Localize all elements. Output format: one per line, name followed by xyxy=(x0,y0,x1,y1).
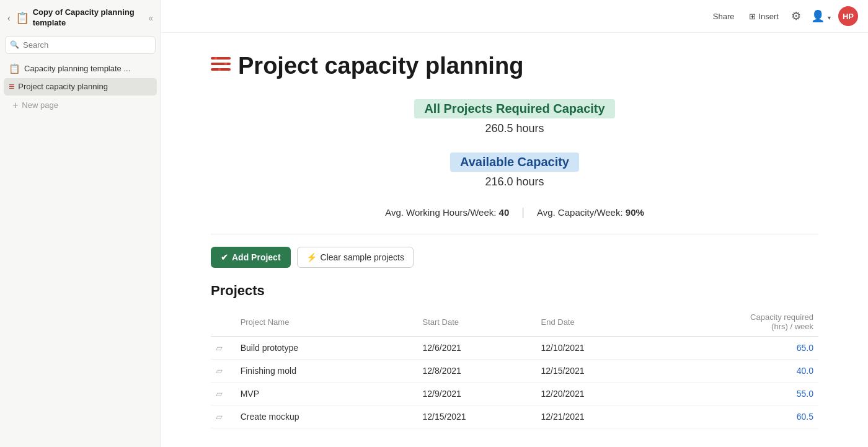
row-capacity: 60.5 xyxy=(655,405,819,428)
avatar-label: HP xyxy=(843,12,854,21)
row-project-name: Build prototype xyxy=(236,337,418,360)
avg-capacity-value: 90% xyxy=(626,207,644,218)
row-capacity: 65.0 xyxy=(655,337,819,360)
sidebar-item-project-capacity[interactable]: ≡ Project capacity planning xyxy=(4,78,157,95)
search-icon: 🔍 xyxy=(10,40,19,49)
row-end-date: 12/10/2021 xyxy=(536,337,655,360)
sidebar: ‹ 📋 Copy of Capacity planning template «… xyxy=(0,0,161,447)
page-title-icon xyxy=(211,55,231,77)
th-end-date: End Date xyxy=(536,309,655,337)
actions-row: ✔ Add Project ⚡ Clear sample projects xyxy=(211,247,818,268)
insert-label: Insert xyxy=(758,12,779,21)
table-header: Project Name Start Date End Date Capacit… xyxy=(211,309,818,337)
nav-item-icon: 📋 xyxy=(9,63,20,74)
insert-icon: ⊞ xyxy=(749,12,756,21)
new-page-label: New page xyxy=(22,100,58,110)
stats-section: All Projects Required Capacity 260.5 hou… xyxy=(211,99,818,188)
user-icon: 👤 xyxy=(811,10,825,22)
sidebar-title: Copy of Capacity planning template xyxy=(33,7,144,29)
row-project-name: Create mockup xyxy=(236,405,418,428)
row-capacity: 40.0 xyxy=(655,360,819,383)
th-capacity: Capacity required (hrs) / week xyxy=(655,309,819,337)
new-page-button[interactable]: + New page xyxy=(7,97,153,114)
row-icon: ▱ xyxy=(211,360,236,383)
sidebar-item-capacity-template[interactable]: 📋 Capacity planning template ... xyxy=(4,60,157,77)
metrics-row: Avg. Working Hours/Week: 40 | Avg. Capac… xyxy=(211,206,818,219)
dropdown-chevron-icon: ▾ xyxy=(828,14,831,21)
page-title-row: Project capacity planning xyxy=(211,53,818,79)
available-capacity-label: Available Capacity xyxy=(450,153,579,172)
projects-heading: Projects xyxy=(211,283,818,299)
avg-hours-value: 40 xyxy=(499,207,510,218)
content-area: Project capacity planning All Projects R… xyxy=(161,33,868,447)
th-project-name: Project Name xyxy=(236,309,418,337)
plus-icon: + xyxy=(12,100,18,111)
available-capacity-block: Available Capacity 216.0 hours xyxy=(211,153,818,188)
back-button[interactable]: ‹ xyxy=(6,12,12,24)
add-project-button[interactable]: ✔ Add Project xyxy=(211,247,291,268)
row-end-date: 12/15/2021 xyxy=(536,360,655,383)
row-project-name: MVP xyxy=(236,383,418,405)
row-project-name: Finishing mold xyxy=(236,360,418,383)
row-end-date: 12/21/2021 xyxy=(536,405,655,428)
page-title: Project capacity planning xyxy=(238,53,523,79)
clear-projects-icon: ⚡ xyxy=(306,252,317,262)
nav-item-icon-2: ≡ xyxy=(9,81,14,92)
avg-capacity-label: Avg. Capacity/Week: xyxy=(537,207,623,218)
clear-projects-button[interactable]: ⚡ Clear sample projects xyxy=(297,247,414,268)
svg-rect-3 xyxy=(224,63,227,65)
row-start-date: 12/9/2021 xyxy=(418,383,536,405)
sidebar-header: ‹ 📋 Copy of Capacity planning template « xyxy=(0,0,161,33)
sidebar-title-icon: 📋 xyxy=(16,11,29,25)
avg-hours-label: Avg. Working Hours/Week: xyxy=(385,207,496,218)
svg-rect-0 xyxy=(211,57,231,60)
table-row: ▱ Finishing mold 12/8/2021 12/15/2021 40… xyxy=(211,360,818,383)
row-icon: ▱ xyxy=(211,383,236,405)
metrics-divider: | xyxy=(521,206,525,219)
svg-rect-1 xyxy=(215,57,217,60)
th-start-date: Start Date xyxy=(418,309,536,337)
row-icon: ▱ xyxy=(211,405,236,428)
projects-table: Project Name Start Date End Date Capacit… xyxy=(211,309,818,428)
table-row: ▱ MVP 12/9/2021 12/20/2021 55.0 xyxy=(211,383,818,405)
settings-icon: ⚙ xyxy=(791,10,801,22)
settings-button[interactable]: ⚙ xyxy=(789,7,804,25)
user-menu-button[interactable]: 👤 ▾ xyxy=(808,7,833,25)
insert-button[interactable]: ⊞ Insert xyxy=(744,9,784,24)
section-divider xyxy=(211,234,818,234)
row-capacity: 55.0 xyxy=(655,383,819,405)
topbar: Share ⊞ Insert ⚙ 👤 ▾ HP xyxy=(161,0,868,33)
sidebar-nav: 📋 Capacity planning template ... ≡ Proje… xyxy=(0,59,161,447)
row-end-date: 12/20/2021 xyxy=(536,383,655,405)
collapse-sidebar-button[interactable]: « xyxy=(147,12,154,24)
share-label: Share xyxy=(713,12,735,21)
nav-item-label-2: Project capacity planning xyxy=(18,82,152,91)
row-start-date: 12/15/2021 xyxy=(418,405,536,428)
required-capacity-label: All Projects Required Capacity xyxy=(414,99,614,118)
search-input[interactable] xyxy=(5,36,156,54)
row-start-date: 12/6/2021 xyxy=(418,337,536,360)
row-start-date: 12/8/2021 xyxy=(418,360,536,383)
share-button[interactable]: Share xyxy=(708,9,740,24)
th-icon xyxy=(211,309,236,337)
nav-item-label: Capacity planning template ... xyxy=(24,64,152,73)
add-project-label: Add Project xyxy=(232,252,281,262)
add-project-icon: ✔ xyxy=(221,252,228,262)
search-container: 🔍 xyxy=(5,36,156,54)
required-capacity-block: All Projects Required Capacity 260.5 hou… xyxy=(211,99,818,135)
required-capacity-value: 260.5 hours xyxy=(211,122,818,135)
svg-rect-2 xyxy=(211,63,231,65)
avatar-button[interactable]: HP xyxy=(838,6,858,26)
table-row: ▱ Build prototype 12/6/2021 12/10/2021 6… xyxy=(211,337,818,360)
row-icon: ▱ xyxy=(211,337,236,360)
table-row: ▱ Create mockup 12/15/2021 12/21/2021 60… xyxy=(211,405,818,428)
clear-projects-label: Clear sample projects xyxy=(321,252,404,262)
available-capacity-value: 216.0 hours xyxy=(211,175,818,188)
main-content: Share ⊞ Insert ⚙ 👤 ▾ HP xyxy=(161,0,868,447)
svg-rect-5 xyxy=(218,68,221,71)
table-body: ▱ Build prototype 12/6/2021 12/10/2021 6… xyxy=(211,337,818,428)
